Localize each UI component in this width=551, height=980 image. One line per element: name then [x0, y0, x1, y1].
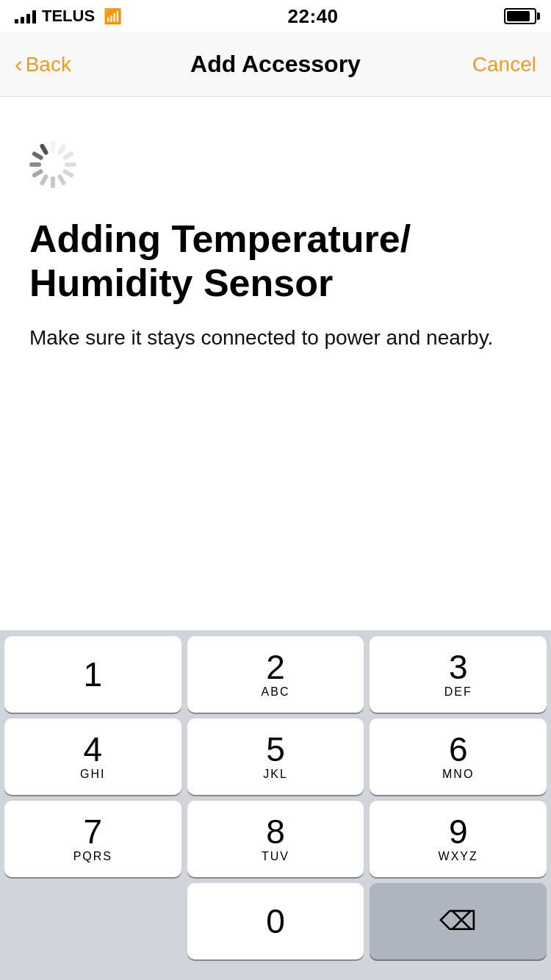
- key-1[interactable]: 1: [4, 636, 181, 713]
- back-button[interactable]: ‹ Back: [15, 53, 71, 76]
- key-delete[interactable]: ⌫: [370, 883, 547, 959]
- key-letters: JKL: [263, 768, 288, 781]
- battery-fill: [507, 11, 530, 21]
- keyboard-row-1: 1 2 ABC 3 DEF: [4, 636, 547, 713]
- cancel-button[interactable]: Cancel: [472, 53, 536, 76]
- keyboard-row-4: 0 ⌫: [4, 883, 547, 959]
- page-title: Add Accessory: [190, 51, 361, 78]
- key-8[interactable]: 8 TUV: [187, 801, 364, 877]
- backspace-icon: ⌫: [439, 906, 477, 937]
- key-2[interactable]: 2 ABC: [187, 636, 364, 713]
- back-label: Back: [26, 53, 71, 76]
- device-description: Make sure it stays connected to power an…: [29, 323, 522, 352]
- status-right: [504, 8, 536, 24]
- key-letters: DEF: [444, 685, 472, 699]
- key-letters: PQRS: [73, 850, 112, 863]
- status-left: TELUS 📶: [15, 7, 122, 26]
- key-letters: GHI: [80, 768, 105, 781]
- spinner-container: [29, 141, 522, 188]
- key-number: 1: [84, 657, 103, 691]
- key-number: 0: [266, 904, 285, 938]
- main-content: Adding Temperature/Humidity Sensor Make …: [0, 97, 551, 374]
- key-7[interactable]: 7 PQRS: [4, 801, 181, 877]
- wifi-icon: 📶: [104, 7, 122, 25]
- key-number: 8: [266, 815, 285, 849]
- key-4[interactable]: 4 GHI: [4, 718, 181, 795]
- key-number: 3: [449, 650, 468, 684]
- key-letters: ABC: [262, 685, 290, 699]
- key-empty: [4, 883, 181, 959]
- key-3[interactable]: 3 DEF: [370, 636, 547, 713]
- nav-bar: ‹ Back Add Accessory Cancel: [0, 32, 551, 97]
- carrier-name: TELUS: [42, 7, 95, 26]
- status-time: 22:40: [288, 5, 339, 28]
- key-letters: WXYZ: [439, 850, 478, 863]
- chevron-left-icon: ‹: [15, 52, 23, 76]
- key-9[interactable]: 9 WXYZ: [370, 801, 547, 877]
- key-number: 2: [266, 650, 285, 684]
- key-5[interactable]: 5 JKL: [187, 718, 364, 795]
- key-number: 4: [84, 732, 103, 766]
- key-number: 6: [449, 732, 468, 766]
- signal-icon: [15, 9, 36, 24]
- keyboard-row-3: 7 PQRS 8 TUV 9 WXYZ: [4, 801, 547, 877]
- key-number: 5: [266, 732, 285, 766]
- numeric-keyboard: 1 2 ABC 3 DEF 4 GHI 5 JKL 6 MNO 7 PQRS: [0, 630, 551, 980]
- key-0[interactable]: 0: [187, 883, 364, 959]
- key-letters: TUV: [262, 850, 289, 863]
- key-6[interactable]: 6 MNO: [370, 718, 547, 795]
- keyboard-row-2: 4 GHI 5 JKL 6 MNO: [4, 718, 547, 795]
- device-title: Adding Temperature/Humidity Sensor: [29, 217, 522, 306]
- status-bar: TELUS 📶 22:40: [0, 0, 551, 32]
- loading-spinner: [29, 141, 76, 188]
- key-number: 7: [84, 815, 103, 849]
- key-number: 9: [449, 815, 468, 849]
- battery-icon: [504, 8, 536, 24]
- key-letters: MNO: [442, 768, 474, 781]
